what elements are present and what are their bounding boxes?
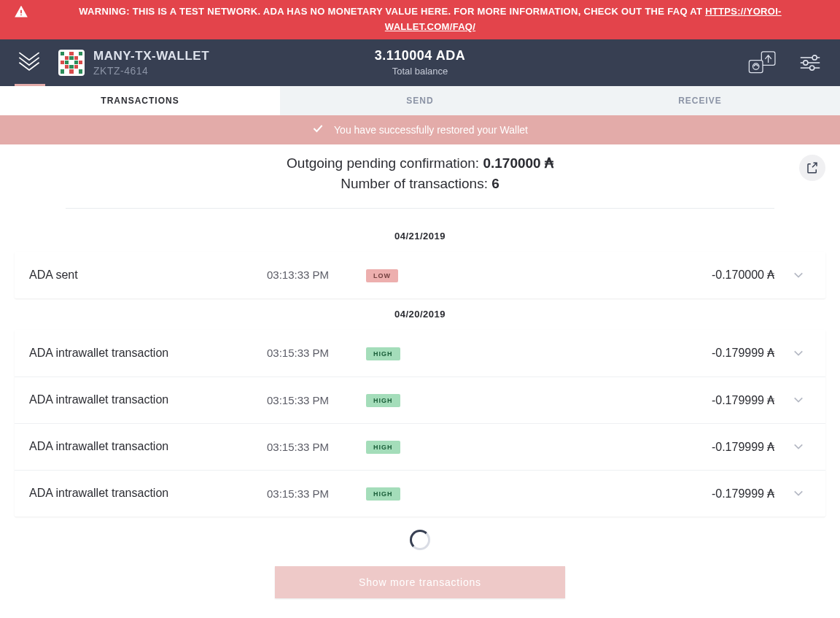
svg-point-10 [810, 66, 814, 70]
chevron-down-icon [774, 487, 804, 500]
tx-amount: -0.170000₳ [454, 268, 774, 282]
total-balance-amount: 3.110004 ADA [375, 48, 465, 63]
tx-time: 03:15:33 PM [267, 487, 366, 500]
tx-time: 03:15:33 PM [267, 441, 366, 453]
checkmark-icon [312, 123, 324, 136]
hw-wallet-icon[interactable] [747, 50, 779, 76]
tx-amount: -0.179999₳ [454, 346, 774, 360]
wallet-name: MANY-TX-WALLET [93, 49, 209, 63]
nav-tabs: TRANSACTIONS SEND RECEIVE [0, 86, 840, 115]
success-message: You have successfully restored your Wall… [334, 124, 528, 136]
settings-icon[interactable] [799, 53, 821, 72]
tx-type-label: ADA intrawallet transaction [29, 487, 267, 500]
active-section-indicator [15, 84, 45, 86]
wallet-identicon [58, 50, 85, 76]
tx-type-label: ADA intrawallet transaction [29, 440, 267, 453]
tx-type-label: ADA intrawallet transaction [29, 347, 267, 360]
tx-time: 03:15:33 PM [267, 394, 366, 406]
tab-receive[interactable]: RECEIVE [560, 86, 840, 115]
wallet-plate-id: ZKTZ-4614 [93, 65, 209, 77]
date-group-header: 04/20/2019 [15, 298, 825, 330]
total-balance-label: Total balance [375, 66, 465, 77]
chevron-down-icon [774, 347, 804, 360]
warning-icon [15, 6, 28, 23]
assurance-badge-high: HIGH [366, 347, 400, 360]
transaction-row[interactable]: ADA intrawallet transaction 03:15:33 PM … [15, 376, 825, 423]
tx-amount: -0.179999₳ [454, 440, 774, 454]
warning-text: WARNING: THIS IS A TEST NETWORK. ADA HAS… [35, 4, 825, 35]
tx-amount: -0.179999₳ [454, 487, 774, 501]
transaction-row[interactable]: ADA intrawallet transaction 03:15:33 PM … [15, 470, 825, 517]
tx-type-label: ADA sent [29, 269, 267, 282]
loading-spinner-icon [410, 530, 430, 550]
pending-confirmation-line: Outgoing pending confirmation: 0.170000 … [15, 153, 825, 174]
chevron-down-icon [774, 269, 804, 282]
show-more-transactions-button[interactable]: Show more transactions [275, 566, 565, 598]
tx-time: 03:15:33 PM [267, 347, 366, 359]
date-group-header: 04/21/2019 [15, 220, 825, 252]
tab-send[interactable]: SEND [280, 86, 560, 115]
wallet-selector[interactable]: MANY-TX-WALLET ZKTZ-4614 [58, 49, 209, 77]
transaction-row[interactable]: ADA intrawallet transaction 03:15:33 PM … [15, 330, 825, 376]
chevron-down-icon [774, 440, 804, 453]
svg-point-8 [804, 61, 808, 65]
assurance-badge-high: HIGH [366, 441, 400, 454]
testnet-warning-bar: WARNING: THIS IS A TEST NETWORK. ADA HAS… [0, 0, 840, 39]
svg-rect-3 [749, 60, 763, 72]
assurance-badge-high: HIGH [366, 394, 400, 407]
tx-time: 03:13:33 PM [267, 269, 366, 281]
export-transactions-button[interactable] [799, 155, 825, 181]
app-header: MANY-TX-WALLET ZKTZ-4614 3.110004 ADA To… [0, 39, 840, 86]
assurance-badge-low: LOW [366, 269, 398, 282]
tx-type-label: ADA intrawallet transaction [29, 393, 267, 406]
svg-point-1 [20, 14, 22, 15]
restore-success-banner: You have successfully restored your Wall… [0, 115, 840, 144]
yoroi-logo-icon[interactable] [17, 50, 42, 76]
assurance-badge-high: HIGH [366, 487, 400, 501]
chevron-down-icon [774, 393, 804, 406]
transaction-row[interactable]: ADA sent 03:13:33 PM LOW -0.170000₳ [15, 252, 825, 298]
tx-count-line: Number of transactions: 6 [15, 174, 825, 195]
svg-point-6 [812, 55, 817, 59]
transaction-row[interactable]: ADA intrawallet transaction 03:15:33 PM … [15, 423, 825, 470]
tx-summary: Outgoing pending confirmation: 0.170000 … [15, 149, 825, 220]
tx-amount: -0.179999₳ [454, 393, 774, 407]
tab-transactions[interactable]: TRANSACTIONS [0, 86, 280, 115]
